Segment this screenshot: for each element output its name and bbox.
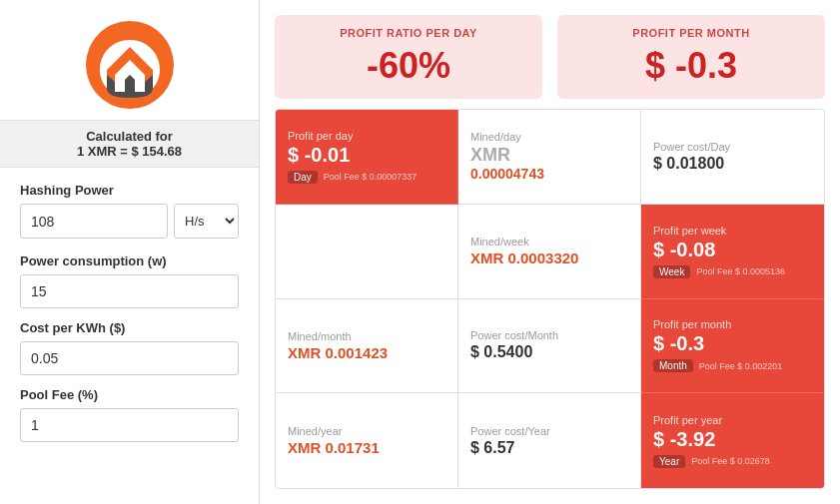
day-power-cost-value: $ 0.01800 [653, 155, 812, 173]
month-power-cost-value: $ 0.5400 [470, 343, 628, 361]
year-pool-fee: Pool Fee $ 0.02678 [691, 456, 770, 466]
pool-fee-label: Pool Fee (%) [20, 387, 239, 402]
week-profit-label: Profit per week [653, 225, 812, 237]
pool-fee-wrap [20, 408, 239, 442]
profit-per-month-card: PROFIT PER MONTH $ -0.3 [557, 15, 825, 99]
calculated-for-section: Calculated for 1 XMR = $ 154.68 [0, 120, 259, 168]
day-profit-value: $ -0.01 [288, 144, 445, 167]
year-power-cost-label: Power cost/Year [470, 425, 628, 437]
month-pool-fee: Pool Fee $ 0.002201 [699, 361, 783, 371]
week-mined-label: Mined/week [470, 236, 628, 248]
month-power-cost-label: Power cost/Month [470, 329, 628, 341]
week-profit-value: $ -0.08 [653, 239, 812, 261]
hashing-power-unit-select[interactable]: H/s KH/s MH/s [174, 204, 239, 239]
left-panel: Calculated for 1 XMR = $ 154.68 Hashing … [0, 0, 260, 504]
form-section: Hashing Power H/s KH/s MH/s Power consum… [0, 168, 259, 461]
day-pool-fee: Pool Fee $ 0.00007337 [324, 172, 418, 182]
hashing-power-input[interactable] [20, 204, 168, 239]
month-mined-label: Mined/month [288, 330, 445, 342]
month-power-cost-cell: Power cost/Month $ 0.5400 [458, 299, 641, 394]
profit-ratio-value: -60% [285, 45, 532, 87]
year-mined-cell: Mined/year XMR 0.01731 [276, 393, 458, 488]
week-tag: Week [653, 265, 690, 278]
calculated-for-label: Calculated for [0, 129, 259, 144]
power-consumption-wrap [20, 274, 239, 308]
monero-logo [85, 20, 175, 110]
hashing-power-label: Hashing Power [20, 183, 239, 198]
week-mined-cell: Mined/week XMR 0.0003320 [458, 205, 641, 299]
year-profit-cell: Profit per year $ -3.92 Year Pool Fee $ … [641, 393, 824, 488]
day-profit-label: Profit per day [288, 130, 445, 142]
month-profit-value: $ -0.3 [653, 332, 812, 355]
day-power-cost-cell: Power cost/Day $ 0.01800 [641, 110, 824, 205]
month-profit-label: Profit per month [653, 318, 812, 330]
year-profit-value: $ -3.92 [653, 428, 812, 451]
year-profit-label: Profit per year [653, 414, 812, 426]
day-mined-label: Mined/day [470, 131, 628, 143]
year-tag: Year [653, 455, 685, 468]
week-pool-fee: Pool Fee $ 0.0005136 [696, 266, 785, 276]
cost-per-kwh-wrap [20, 341, 239, 375]
pool-fee-input[interactable] [20, 408, 239, 442]
data-table: Profit per day $ -0.01 Day Pool Fee $ 0.… [275, 109, 825, 489]
xmr-price: 1 XMR = $ 154.68 [0, 144, 259, 159]
week-mined-value: XMR 0.0003320 [470, 250, 628, 266]
summary-row: PROFIT RATIO PER DAY -60% PROFIT PER MON… [275, 15, 825, 99]
right-panel: PROFIT RATIO PER DAY -60% PROFIT PER MON… [260, 0, 840, 504]
day-mined-cell: Mined/day XMR 0.00004743 [458, 110, 641, 205]
day-mined-coin: XMR [470, 145, 628, 166]
profit-ratio-card: PROFIT RATIO PER DAY -60% [275, 15, 542, 99]
year-power-cost-value: $ 6.57 [470, 439, 628, 457]
profit-per-month-value: $ -0.3 [567, 45, 815, 87]
day-mined-amount: 0.00004743 [470, 166, 628, 182]
week-empty-cell [276, 205, 458, 299]
day-power-cost-label: Power cost/Day [653, 141, 812, 153]
cost-per-kwh-label: Cost per KWh ($) [20, 320, 239, 335]
week-profit-cell: Profit per week $ -0.08 Week Pool Fee $ … [641, 205, 824, 299]
year-power-cost-cell: Power cost/Year $ 6.57 [458, 393, 641, 488]
logo-area [0, 0, 259, 120]
power-consumption-label: Power consumption (w) [20, 253, 239, 268]
cost-per-kwh-input[interactable] [20, 341, 239, 375]
month-profit-cell: Profit per month $ -0.3 Month Pool Fee $… [641, 299, 824, 394]
profit-ratio-label: PROFIT RATIO PER DAY [285, 27, 532, 39]
month-tag: Month [653, 359, 693, 372]
year-mined-value: XMR 0.01731 [288, 439, 445, 456]
year-mined-label: Mined/year [288, 425, 445, 437]
hashing-power-row: H/s KH/s MH/s [20, 204, 239, 239]
month-mined-cell: Mined/month XMR 0.001423 [276, 299, 458, 394]
power-consumption-input[interactable] [20, 274, 239, 308]
month-mined-value: XMR 0.001423 [288, 344, 445, 361]
day-profit-cell: Profit per day $ -0.01 Day Pool Fee $ 0.… [276, 110, 458, 205]
day-tag: Day [288, 171, 318, 184]
profit-per-month-label: PROFIT PER MONTH [567, 27, 815, 39]
